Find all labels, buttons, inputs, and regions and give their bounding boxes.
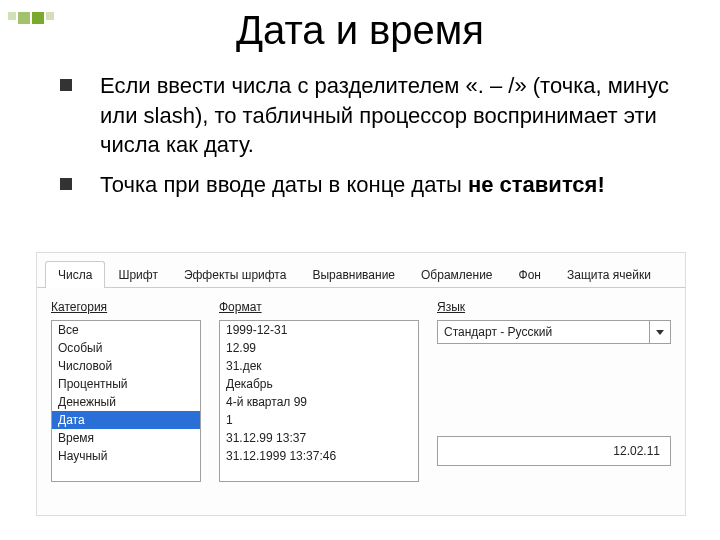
format-listbox[interactable]: 1999-12-31 12.99 31.дек Декабрь 4-й квар… bbox=[219, 320, 419, 482]
category-item[interactable]: Все bbox=[52, 321, 200, 339]
preview-value: 12.02.11 bbox=[613, 444, 660, 458]
format-item[interactable]: 31.12.99 13:37 bbox=[220, 429, 418, 447]
category-item[interactable]: Особый bbox=[52, 339, 200, 357]
category-item[interactable]: Время bbox=[52, 429, 200, 447]
category-item[interactable]: Числовой bbox=[52, 357, 200, 375]
tab-cell-protection[interactable]: Защита ячейки bbox=[554, 261, 664, 288]
format-cells-dialog: Числа Шрифт Эффекты шрифта Выравнивание … bbox=[36, 252, 686, 516]
bullet-icon bbox=[60, 79, 72, 91]
format-item[interactable]: 1999-12-31 bbox=[220, 321, 418, 339]
decorative-squares bbox=[8, 12, 54, 24]
tab-borders[interactable]: Обрамление bbox=[408, 261, 505, 288]
format-label: Формат bbox=[219, 300, 419, 314]
dropdown-arrow-icon[interactable] bbox=[649, 321, 670, 343]
tab-numbers[interactable]: Числа bbox=[45, 261, 105, 288]
bullet-text-2: Точка при вводе даты в конце даты не ста… bbox=[100, 170, 605, 200]
language-column: Язык Стандарт - Русский 12.02.11 bbox=[437, 300, 671, 498]
format-item[interactable]: 4-й квартал 99 bbox=[220, 393, 418, 411]
language-combobox[interactable]: Стандарт - Русский bbox=[437, 320, 671, 344]
language-label: Язык bbox=[437, 300, 671, 314]
preview-box: 12.02.11 bbox=[437, 436, 671, 466]
bullet-icon bbox=[60, 178, 72, 190]
format-column: Формат 1999-12-31 12.99 31.дек Декабрь 4… bbox=[219, 300, 419, 498]
format-item[interactable]: Декабрь bbox=[220, 375, 418, 393]
category-column: Категория Все Особый Числовой Процентный… bbox=[51, 300, 201, 498]
tab-alignment[interactable]: Выравнивание bbox=[299, 261, 408, 288]
slide-title: Дата и время bbox=[0, 8, 720, 53]
bullet-2: Точка при вводе даты в конце даты не ста… bbox=[60, 170, 672, 200]
category-listbox[interactable]: Все Особый Числовой Процентный Денежный … bbox=[51, 320, 201, 482]
slide-body: Если ввести числа с разделителем «. – /»… bbox=[0, 71, 720, 200]
language-value: Стандарт - Русский bbox=[444, 325, 552, 339]
bullet-text-1: Если ввести числа с разделителем «. – /»… bbox=[100, 71, 672, 160]
format-item[interactable]: 1 bbox=[220, 411, 418, 429]
tab-background[interactable]: Фон bbox=[506, 261, 554, 288]
category-item-selected[interactable]: Дата bbox=[52, 411, 200, 429]
tab-font[interactable]: Шрифт bbox=[105, 261, 170, 288]
dialog-body: Категория Все Особый Числовой Процентный… bbox=[37, 288, 685, 498]
dialog-tabs: Числа Шрифт Эффекты шрифта Выравнивание … bbox=[37, 253, 685, 288]
tab-font-effects[interactable]: Эффекты шрифта bbox=[171, 261, 300, 288]
format-item[interactable]: 31.12.1999 13:37:46 bbox=[220, 447, 418, 465]
category-item[interactable]: Денежный bbox=[52, 393, 200, 411]
format-item[interactable]: 12.99 bbox=[220, 339, 418, 357]
category-item[interactable]: Процентный bbox=[52, 375, 200, 393]
format-item[interactable]: 31.дек bbox=[220, 357, 418, 375]
slide: Дата и время Если ввести числа с раздели… bbox=[0, 8, 720, 540]
bullet-1: Если ввести числа с разделителем «. – /»… bbox=[60, 71, 672, 160]
category-item[interactable]: Научный bbox=[52, 447, 200, 465]
category-label: Категория bbox=[51, 300, 201, 314]
